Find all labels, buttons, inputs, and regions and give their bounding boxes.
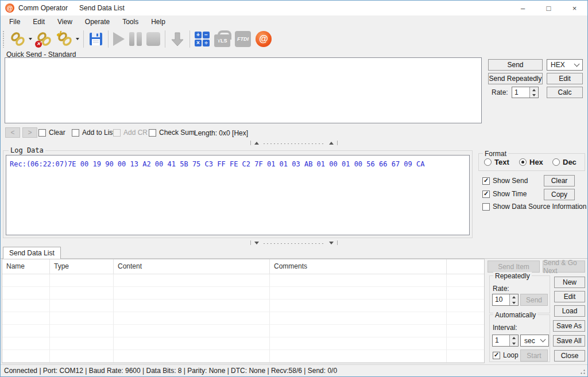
column-header-comments[interactable]: Comments	[270, 259, 447, 274]
edit-button[interactable]: Edit	[547, 73, 583, 84]
load-button[interactable]: Load	[554, 305, 585, 317]
splitter-dots[interactable]	[262, 142, 326, 144]
show-data-source-checkbox[interactable]: Show Data Source Information	[482, 203, 586, 211]
close-window-button[interactable]: ×	[562, 1, 587, 15]
toolbar-separator	[108, 30, 109, 48]
rate-stepper[interactable]: 1	[512, 87, 539, 98]
interval-unit-select[interactable]: sec	[520, 335, 549, 347]
repeat-rate-label: Rate:	[493, 285, 509, 293]
ftdi-icon: FTDI	[235, 31, 251, 47]
stepper-arrows-icon[interactable]	[509, 294, 518, 305]
menu-help[interactable]: Help	[145, 16, 172, 28]
disconnect-button[interactable]: ✕	[34, 29, 54, 49]
horizontal-splitter[interactable]	[1, 240, 587, 245]
stop-button[interactable]	[145, 29, 162, 49]
menu-file[interactable]: File	[3, 16, 26, 28]
tab-send-data-list[interactable]: Send Data List	[3, 247, 61, 259]
close-button[interactable]: Close	[554, 350, 585, 362]
send-repeatedly-button[interactable]: Send Repeatedly	[488, 73, 543, 84]
format-select-value: HEX	[551, 61, 565, 69]
save-as-button[interactable]: Save As	[553, 320, 585, 332]
log-data-group-label: Log Data	[9, 146, 45, 154]
next-item-button[interactable]: >	[22, 127, 37, 138]
column-header-name[interactable]: Name	[2, 259, 50, 274]
chevron-down-icon	[574, 61, 580, 67]
menu-view[interactable]: View	[51, 16, 79, 28]
menu-edit[interactable]: Edit	[26, 16, 51, 28]
start-button[interactable]: Start	[520, 349, 548, 362]
stop-icon	[146, 32, 160, 46]
send-button[interactable]: Send	[488, 59, 543, 71]
receive-to-file-button[interactable]	[168, 29, 187, 49]
format-select[interactable]: HEX	[547, 59, 583, 71]
splitter-dots[interactable]	[262, 242, 326, 244]
pause-icon	[129, 32, 142, 46]
column-header-content[interactable]: Content	[114, 259, 270, 274]
collapse-up-icon[interactable]	[329, 142, 334, 145]
rate-value[interactable]: 1	[512, 87, 529, 98]
edit-list-button[interactable]: Edit	[554, 291, 585, 302]
add-to-list-checkbox[interactable]: Add to List	[72, 129, 115, 137]
resize-grip[interactable]	[578, 367, 586, 375]
show-send-checkbox[interactable]: Show Send	[482, 177, 528, 185]
quick-send-input[interactable]	[5, 57, 482, 123]
toolbar-grip[interactable]	[2, 30, 5, 48]
save-button[interactable]	[87, 29, 105, 49]
prev-item-button[interactable]: <	[5, 127, 20, 138]
menu-operate[interactable]: Operate	[79, 16, 116, 28]
log-copy-button[interactable]: Copy	[544, 189, 575, 200]
minimize-button[interactable]: –	[510, 1, 536, 15]
interval-stepper[interactable]: 1	[492, 335, 519, 347]
pause-button[interactable]	[127, 29, 144, 49]
connect-options-button[interactable]: ↲	[55, 29, 75, 49]
send-item-button[interactable]: Send Item	[488, 261, 540, 273]
about-button[interactable]: @	[254, 29, 273, 49]
horizontal-splitter[interactable]	[1, 141, 587, 145]
title-bar: @ Comm Operator Send Data List – □ ×	[1, 1, 587, 15]
stepper-arrows-icon[interactable]	[509, 335, 518, 346]
format-dec-radio[interactable]: Dec	[552, 158, 577, 166]
calculator-button[interactable]: +−×÷	[193, 29, 211, 49]
check-sum-checkbox[interactable]: Check Sum	[149, 129, 195, 137]
send-data-list-table[interactable]: Name Type Content Comments	[2, 259, 485, 363]
maximize-button[interactable]: □	[536, 1, 562, 15]
log-entry: Rec:(06:22:07)7E 00 19 90 00 13 A2 00 41…	[10, 160, 424, 168]
clear-checkbox[interactable]: Clear	[38, 129, 65, 137]
interval-value[interactable]: 1	[493, 335, 509, 346]
app-logo-icon: @	[5, 3, 14, 13]
repeat-send-button[interactable]: Send	[520, 294, 548, 306]
menu-tools[interactable]: Tools	[116, 16, 145, 28]
table-body[interactable]	[2, 274, 484, 363]
send-and-go-next-button[interactable]: Send & Go Next	[543, 261, 585, 273]
table-header-row: Name Type Content Comments	[2, 259, 484, 274]
start-send-button[interactable]	[111, 29, 126, 49]
collapse-down-icon[interactable]	[254, 242, 259, 244]
connect-dropdown-arrow-icon[interactable]	[29, 38, 32, 40]
column-header-type[interactable]: Type	[50, 259, 114, 274]
connect-options-dropdown-arrow-icon[interactable]	[76, 38, 79, 40]
show-time-checkbox[interactable]: Show Time	[482, 190, 527, 198]
new-button[interactable]: New	[554, 277, 585, 288]
stepper-arrows-icon[interactable]	[529, 87, 538, 98]
tab-strip: Send Data List	[1, 246, 587, 259]
connect-button[interactable]	[8, 29, 28, 49]
repeat-rate-stepper[interactable]: 10	[492, 294, 519, 306]
calc-button[interactable]: Calc	[547, 87, 583, 98]
rate-label: Rate:	[492, 88, 508, 96]
format-hex-radio[interactable]: Hex	[519, 158, 543, 166]
collapse-up-icon[interactable]	[254, 142, 259, 145]
ftdi-button[interactable]: FTDI	[233, 29, 253, 49]
document-title: Send Data List	[79, 4, 125, 12]
calculator-icon: +−×÷	[195, 32, 210, 46]
collapse-down-icon[interactable]	[329, 242, 334, 244]
save-all-button[interactable]: Save All	[553, 335, 585, 347]
format-text-radio[interactable]: Text	[484, 158, 509, 166]
toolbar-separator	[189, 30, 190, 48]
tls-button[interactable]: TLS	[212, 29, 232, 49]
format-group-label: Format	[483, 150, 508, 158]
log-data-view[interactable]: Rec:(06:22:07)7E 00 19 90 00 13 A2 00 41…	[6, 155, 470, 235]
toolbar: ✕ ↲	[1, 28, 587, 50]
log-clear-button[interactable]: Clear	[544, 175, 575, 186]
loop-checkbox[interactable]: Loop	[493, 351, 519, 359]
repeat-rate-value[interactable]: 10	[493, 294, 509, 305]
